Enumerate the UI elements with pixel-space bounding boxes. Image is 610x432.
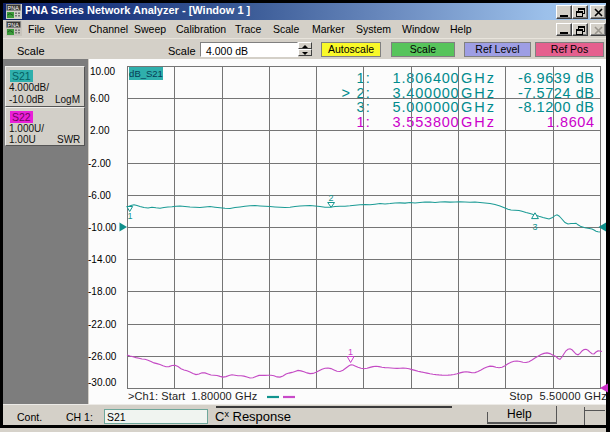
svg-text:PNA: PNA [8, 5, 20, 11]
svg-text:PNA: PNA [8, 22, 20, 28]
